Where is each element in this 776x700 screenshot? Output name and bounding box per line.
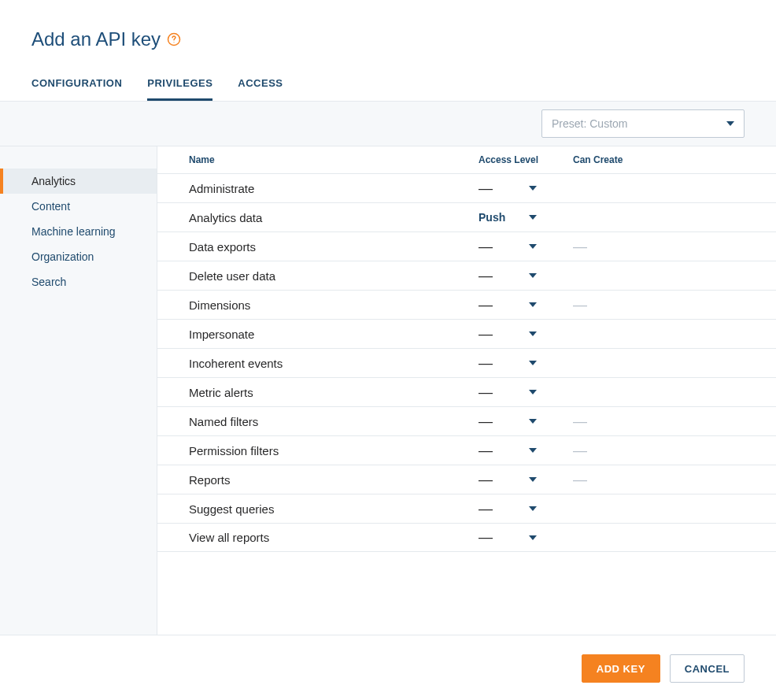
chevron-down-icon: [529, 361, 537, 365]
main: AnalyticsContentMachine learningOrganiza…: [0, 146, 776, 635]
access-level-select[interactable]: —: [479, 529, 573, 546]
chevron-down-icon: [529, 273, 537, 278]
access-level-select[interactable]: —: [479, 239, 573, 255]
privilege-name: Suggest queries: [189, 502, 479, 516]
can-create-value: —: [573, 297, 644, 313]
chevron-down-icon: [529, 477, 537, 482]
access-level-value: —: [479, 239, 505, 255]
chevron-down-icon: [529, 506, 537, 511]
page-header: Add an API key: [0, 0, 776, 69]
chevron-down-icon: [529, 448, 537, 453]
privilege-name: Impersonate: [189, 328, 479, 341]
table-row: Metric alerts—: [157, 377, 776, 406]
sidebar: AnalyticsContentMachine learningOrganiza…: [0, 146, 157, 635]
privilege-name: Dimensions: [189, 298, 479, 312]
access-level-select[interactable]: —: [479, 443, 573, 459]
table-row: Administrate—: [157, 173, 776, 202]
help-icon[interactable]: [167, 32, 181, 46]
access-level-select[interactable]: —: [479, 326, 573, 343]
preset-select[interactable]: Preset: Custom: [541, 109, 745, 138]
access-level-value: —: [479, 413, 505, 430]
preset-bar: Preset: Custom: [0, 102, 776, 146]
can-create-value: —: [573, 443, 644, 459]
chevron-down-icon: [529, 302, 537, 307]
chevron-down-icon: [529, 244, 537, 249]
chevron-down-icon: [529, 419, 537, 424]
access-level-select[interactable]: —: [479, 355, 573, 372]
access-level-value: Push: [479, 211, 505, 224]
chevron-down-icon: [529, 186, 537, 191]
page-title-text: Add an API key: [31, 28, 161, 50]
add-key-button[interactable]: ADD KEY: [582, 654, 660, 683]
privilege-name: Delete user data: [189, 269, 479, 283]
tabs: CONFIGURATIONPRIVILEGESACCESS: [0, 69, 776, 102]
table-row: Permission filters——: [157, 435, 776, 465]
svg-point-1: [174, 42, 175, 43]
access-level-select[interactable]: —: [479, 268, 573, 284]
privilege-name: Named filters: [189, 415, 479, 428]
privilege-name: Analytics data: [189, 211, 479, 224]
access-level-value: —: [479, 472, 505, 488]
sidebar-item-organization[interactable]: Organization: [0, 244, 157, 269]
cancel-button[interactable]: CANCEL: [670, 654, 745, 683]
table-row: Named filters——: [157, 406, 776, 435]
can-create-value: —: [573, 239, 644, 255]
content: Name Access Level Can Create Administrat…: [157, 146, 776, 635]
access-level-select[interactable]: —: [479, 297, 573, 313]
access-level-value: —: [479, 180, 505, 197]
privilege-name: Metric alerts: [189, 386, 479, 399]
access-level-select[interactable]: —: [479, 384, 573, 401]
table-row: Dimensions——: [157, 290, 776, 319]
access-level-value: —: [479, 501, 505, 517]
tab-configuration[interactable]: CONFIGURATION: [31, 69, 122, 101]
col-header-create: Can Create: [573, 154, 644, 165]
sidebar-item-search[interactable]: Search: [0, 269, 157, 294]
col-header-name: Name: [189, 154, 479, 165]
privilege-name: Data exports: [189, 240, 479, 254]
access-level-value: —: [479, 529, 505, 546]
privilege-name: View all reports: [189, 531, 479, 544]
footer: ADD KEY CANCEL: [0, 635, 776, 683]
preset-label: Preset: Custom: [552, 117, 627, 130]
privilege-name: Reports: [189, 473, 479, 487]
privilege-name: Permission filters: [189, 444, 479, 457]
can-create-value: —: [573, 413, 644, 430]
access-level-value: —: [479, 355, 505, 372]
table-body: Administrate—Analytics dataPushData expo…: [157, 173, 776, 552]
access-level-select[interactable]: —: [479, 501, 573, 517]
sidebar-item-machine-learning[interactable]: Machine learning: [0, 219, 157, 244]
access-level-select[interactable]: —: [479, 413, 573, 430]
chevron-down-icon: [726, 121, 734, 126]
chevron-down-icon: [529, 331, 537, 336]
privilege-name: Incoherent events: [189, 357, 479, 370]
access-level-value: —: [479, 268, 505, 284]
table-row: Reports——: [157, 465, 776, 494]
col-header-access: Access Level: [479, 154, 573, 165]
chevron-down-icon: [529, 215, 537, 220]
access-level-select[interactable]: —: [479, 180, 573, 197]
chevron-down-icon: [529, 390, 537, 394]
table-header: Name Access Level Can Create: [157, 146, 776, 173]
access-level-select[interactable]: Push: [479, 211, 573, 224]
tab-privileges[interactable]: PRIVILEGES: [147, 69, 212, 101]
page-title: Add an API key: [31, 28, 745, 50]
privilege-name: Administrate: [189, 182, 479, 195]
chevron-down-icon: [529, 535, 537, 540]
table-row: Analytics dataPush: [157, 202, 776, 231]
access-level-value: —: [479, 384, 505, 401]
table-row: View all reports—: [157, 523, 776, 552]
table-row: Impersonate—: [157, 319, 776, 348]
table-row: Delete user data—: [157, 261, 776, 290]
access-level-value: —: [479, 297, 505, 313]
table-row: Incoherent events—: [157, 348, 776, 377]
can-create-value: —: [573, 472, 644, 488]
tab-access[interactable]: ACCESS: [238, 69, 283, 101]
access-level-select[interactable]: —: [479, 472, 573, 488]
table-row: Data exports——: [157, 231, 776, 261]
access-level-value: —: [479, 443, 505, 459]
sidebar-item-content[interactable]: Content: [0, 194, 157, 219]
table-row: Suggest queries—: [157, 494, 776, 523]
sidebar-item-analytics[interactable]: Analytics: [0, 169, 157, 194]
access-level-value: —: [479, 326, 505, 343]
